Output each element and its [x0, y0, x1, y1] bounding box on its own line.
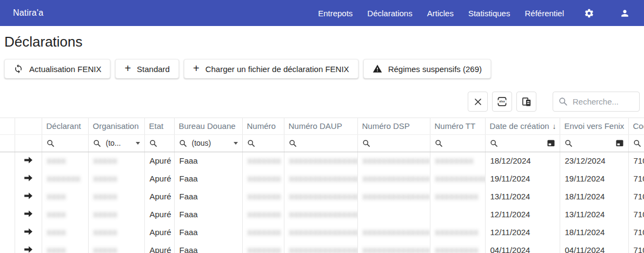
dropdown-caret-icon[interactable]	[234, 142, 238, 145]
cell-bureau-douane: Faaa	[174, 223, 242, 241]
cell-declarant: XXXX	[42, 152, 88, 170]
col-bureau-douane[interactable]: Bureau Douane	[174, 118, 242, 134]
row-arrow-icon[interactable]	[23, 209, 34, 218]
load-fenix-file-label: Charger un fichier de déclaration FENIX	[205, 64, 349, 74]
search-icon	[149, 139, 157, 147]
col-numero-tt[interactable]: Numéro TT	[430, 118, 485, 134]
regimes-suspensifs-button[interactable]: Régimes suspensifs (269)	[363, 59, 491, 79]
filter-date-creation[interactable]	[485, 134, 560, 152]
calendar-icon[interactable]	[615, 139, 624, 147]
app-brand[interactable]: Natira'a	[13, 8, 43, 18]
col-code[interactable]: Code	[628, 118, 644, 134]
filter-bureau-douane[interactable]: (tous)	[174, 134, 242, 152]
cell-numero-tt: XXXXXXXX	[430, 152, 485, 170]
col-prefix	[0, 118, 15, 134]
cell-numero-daup: XXXXXXXXXXXXXXX	[284, 205, 357, 223]
filter-numero[interactable]	[242, 134, 284, 152]
plus-icon: +	[124, 63, 131, 74]
settings-gear-icon[interactable]	[584, 8, 594, 18]
filter-envoi-fenix[interactable]	[560, 134, 628, 152]
cell-numero-dsp: XXXXXXXXXXXXXX	[357, 170, 430, 187]
nav-item-statistiques[interactable]: Statistiques	[468, 9, 510, 18]
col-etat[interactable]: Etat	[144, 118, 174, 134]
cell-numero-dsp: XXXXXXXXXXXXXX	[357, 152, 430, 170]
export-xlsx-button[interactable]: xlsx	[492, 92, 512, 112]
table-row[interactable]: XXXX XXXXX Apuré Faaa XXXXXXX XXXXXXXXXX…	[0, 241, 644, 253]
cell-etat: Apuré	[144, 205, 174, 223]
row-arrow-icon[interactable]	[23, 191, 34, 200]
user-account-icon[interactable]	[620, 8, 630, 18]
search-icon	[565, 139, 573, 147]
cell-numero-daup: XXXXXXXXXXXXXXX	[284, 223, 357, 241]
clear-filters-button[interactable]	[468, 92, 488, 112]
row-arrow-icon[interactable]	[23, 245, 34, 253]
search-icon	[247, 139, 255, 147]
row-arrow-icon[interactable]	[23, 227, 34, 236]
app-bar: Natira'a Entrepots Déclarations Articles…	[0, 0, 644, 26]
cell-declarant: XXXXXXX	[42, 170, 88, 187]
cell-etat: Apuré	[144, 223, 174, 241]
col-declarant[interactable]: Déclarant	[42, 118, 88, 134]
nav-item-referentiel[interactable]: Référentiel	[525, 9, 564, 18]
filter-numero-dsp[interactable]	[357, 134, 430, 152]
col-envoi-fenix[interactable]: Envoi vers Fenix	[560, 118, 628, 134]
plus-icon: +	[193, 63, 200, 74]
table-row[interactable]: XXXX XXXXX Apuré Faaa XXXXXXX XXXXXXXXXX…	[0, 205, 644, 223]
cell-numero-dsp: XXXXXXXXXXXXXX	[357, 241, 430, 253]
cell-numero-daup: XXXXXXXXXXXXXXX	[284, 241, 357, 253]
cell-envoi-fenix: 23/12/2024	[560, 152, 628, 170]
nav-item-articles[interactable]: Articles	[427, 9, 454, 18]
grid-header-row: Déclarant Organisation Etat Bureau Douan…	[0, 118, 644, 134]
cell-numero-daup: XXXXXXXXXXXXXXX	[284, 170, 357, 187]
cell-numero-daup: XXXXXXXXXXXXXXX	[284, 152, 357, 170]
refresh-fenix-button[interactable]: Actualisation FENIX	[4, 59, 110, 79]
load-fenix-file-button[interactable]: + Charger un fichier de déclaration FENI…	[184, 59, 358, 79]
refresh-fenix-label: Actualisation FENIX	[29, 64, 101, 74]
search-icon	[633, 139, 641, 147]
cell-bureau-douane: Faaa	[174, 205, 242, 223]
row-arrow-icon[interactable]	[23, 155, 34, 165]
nav-item-entrepots[interactable]: Entrepots	[318, 9, 353, 18]
table-row[interactable]: XXXX XXXXX Apuré Faaa XXXXXXX XXXXXXXXXX…	[0, 187, 644, 205]
cell-numero-dsp: XXXXXXXXXXXXXX	[357, 187, 430, 205]
filter-etat[interactable]	[144, 134, 174, 152]
cell-organisation: XXXXX	[88, 152, 144, 170]
cell-organisation: XXXXX	[88, 205, 144, 223]
search-input[interactable]	[573, 97, 634, 106]
cell-code: 7100	[628, 152, 644, 170]
search-box	[553, 92, 640, 112]
filter-declarant[interactable]	[42, 134, 88, 152]
dropdown-caret-icon[interactable]	[136, 142, 140, 145]
table-row[interactable]: XXXX XXXXX Apuré Faaa XXXXXXX XXXXXXXXXX…	[0, 223, 644, 241]
export-xlsx-icon: xlsx	[497, 96, 507, 107]
cell-etat: Apuré	[144, 170, 174, 187]
filter-code[interactable]	[628, 134, 644, 152]
cell-code: 7100	[628, 187, 644, 205]
add-standard-button[interactable]: + Standard	[115, 59, 179, 79]
col-row-actions	[15, 118, 42, 134]
nav-item-declarations[interactable]: Déclarations	[367, 9, 412, 18]
col-date-creation[interactable]: Date de création↓	[485, 118, 560, 134]
col-numero-daup[interactable]: Numéro DAUP	[284, 118, 357, 134]
row-arrow-icon[interactable]	[23, 173, 34, 183]
cell-declarant: XXXX	[42, 223, 88, 241]
cell-numero: XXXXXXX	[242, 187, 284, 205]
svg-text:xlsx: xlsx	[499, 100, 505, 103]
calendar-icon[interactable]	[547, 139, 555, 147]
cell-numero-tt: XXXXXXXXX	[430, 187, 485, 205]
col-organisation[interactable]: Organisation	[88, 118, 144, 134]
cell-bureau-douane: Faaa	[174, 170, 242, 187]
col-numero-dsp[interactable]: Numéro DSP	[357, 118, 430, 134]
search-icon	[559, 97, 568, 106]
col-numero[interactable]: Numéro	[242, 118, 284, 134]
filter-organisation[interactable]: (to...	[88, 134, 144, 152]
cell-organisation: XXXXX	[88, 223, 144, 241]
table-row[interactable]: XXXX XXXXX Apuré Faaa XXXXXXX XXXXXXXXXX…	[0, 152, 644, 170]
column-chooser-button[interactable]	[516, 92, 536, 112]
filter-numero-daup[interactable]	[284, 134, 357, 152]
app-screen: Natira'a Entrepots Déclarations Articles…	[0, 0, 644, 253]
search-icon	[47, 139, 55, 147]
filter-numero-tt[interactable]	[430, 134, 485, 152]
cell-code: 7100	[628, 223, 644, 241]
table-row[interactable]: XXXXXXX XXXXX Apuré Faaa XXXXXXX XXXXXXX…	[0, 170, 644, 187]
